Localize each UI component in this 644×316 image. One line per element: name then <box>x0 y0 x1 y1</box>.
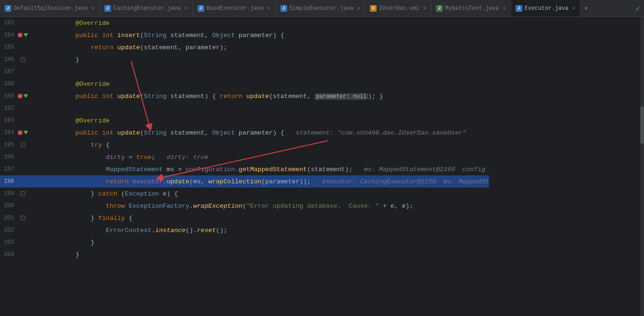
breakpoint-icon[interactable] <box>18 94 22 98</box>
tab-label: SimpleExecutor.java <box>289 5 354 12</box>
line-number: 200 <box>0 203 18 209</box>
tab-close-icon[interactable]: × <box>357 6 361 11</box>
tab-label: Executor.java <box>525 5 569 12</box>
tab-label: CachingExecutor.java <box>113 5 181 12</box>
gutter-icons: − <box>18 143 28 147</box>
tab-close-icon[interactable]: × <box>503 6 506 11</box>
fold-icon[interactable]: − <box>21 191 25 196</box>
code-line-204: 204 } <box>0 248 489 261</box>
line-number: 195 <box>0 142 18 148</box>
tab-close-icon[interactable]: × <box>185 6 188 11</box>
breakpoint-icon[interactable] <box>18 130 22 135</box>
tab-baseexecutor[interactable]: J BaseExecutor.java × <box>193 0 276 17</box>
tab-label: DefaultSqlSession.java <box>14 5 88 12</box>
java-icon: J <box>516 5 522 12</box>
tab-overflow-button[interactable]: ▾ <box>580 4 592 12</box>
tab-iuserdao[interactable]: X IUserDao.xml × <box>365 0 431 17</box>
line-number: 186 <box>0 56 18 63</box>
tab-close-icon[interactable]: × <box>423 6 427 11</box>
line-number: 188 <box>0 81 18 87</box>
line-number: 197 <box>0 166 18 173</box>
fold-icon[interactable]: − <box>21 57 25 62</box>
breakpoint-icon[interactable] <box>18 33 22 38</box>
line-number: 193 <box>0 117 18 124</box>
line-number: 199 <box>0 190 18 197</box>
tab-mybatistest[interactable]: J MybatisTest.java × <box>431 0 511 17</box>
editor-area: 183 @Override 184 public int insert(Stri… <box>0 17 644 316</box>
tab-defaultsqlsession[interactable]: J DefaultSqlSession.java × <box>0 0 100 17</box>
line-number: 189 <box>0 93 18 99</box>
fold-icon[interactable]: − <box>21 216 25 220</box>
tab-close-icon[interactable]: × <box>267 6 271 11</box>
line-number: 194 <box>0 129 18 136</box>
code-content: } <box>28 244 489 265</box>
gutter-icons: − <box>18 191 28 196</box>
debug-arrow-icon <box>23 33 28 37</box>
checkmark-icon: ✓ <box>636 4 644 13</box>
line-number: 185 <box>0 44 18 51</box>
gutter-icons <box>18 130 28 135</box>
java-icon: J <box>198 5 204 12</box>
tab-label: BaseExecutor.java <box>207 5 264 12</box>
tab-label: IUserDao.xml <box>379 5 419 12</box>
line-number: 202 <box>0 227 18 233</box>
line-number: 183 <box>0 20 18 26</box>
java-icon: J <box>104 5 111 12</box>
gutter-icons: − <box>18 57 28 62</box>
gutter-icons <box>18 33 28 38</box>
tab-label: MybatisTest.java <box>445 5 499 12</box>
tab-simpleexecutor[interactable]: J SimpleExecutor.java × <box>276 0 365 17</box>
xml-icon: X <box>370 5 377 12</box>
line-number: 201 <box>0 215 18 221</box>
fold-icon[interactable]: − <box>21 143 25 147</box>
tab-cachingexecutor[interactable]: J CachingExecutor.java × <box>100 0 193 17</box>
line-number: 192 <box>0 105 18 112</box>
line-number: 184 <box>0 32 18 38</box>
gutter-icons <box>18 94 28 98</box>
java-icon: J <box>281 5 287 12</box>
code-line-189: 189 public int update(String statement) … <box>0 90 489 102</box>
line-number: 196 <box>0 154 18 160</box>
line-number: 203 <box>0 239 18 246</box>
java-icon: J <box>436 5 443 12</box>
line-number: 204 <box>0 251 18 258</box>
line-number: 198 <box>0 178 18 185</box>
debug-arrow-icon <box>23 94 28 98</box>
tab-executor[interactable]: J Executor.java × <box>511 0 580 17</box>
scrollbar-thumb[interactable] <box>640 106 644 144</box>
debug-arrow-icon <box>23 131 28 135</box>
gutter-icons: − <box>18 216 28 220</box>
tab-bar: J DefaultSqlSession.java × J CachingExec… <box>0 0 644 17</box>
tab-close-icon[interactable]: × <box>572 6 576 11</box>
java-icon: J <box>5 5 11 12</box>
vertical-scrollbar[interactable] <box>640 17 644 316</box>
line-number: 187 <box>0 68 18 75</box>
tab-close-icon[interactable]: × <box>91 6 95 11</box>
code-line-186: 186 − } <box>0 53 489 66</box>
